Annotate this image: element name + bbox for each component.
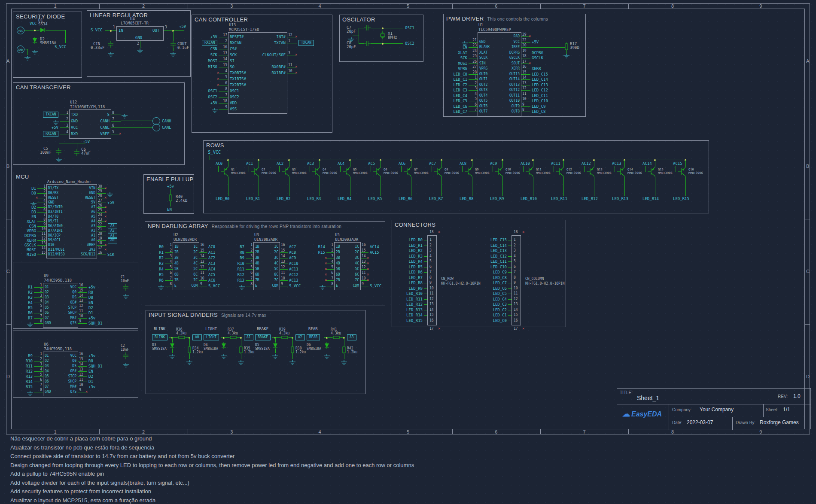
wire[interactable] bbox=[521, 79, 530, 80]
connector-body[interactable] bbox=[427, 235, 437, 325]
net-label[interactable]: AC2 bbox=[277, 161, 283, 166]
wire[interactable] bbox=[359, 43, 364, 44]
wire[interactable] bbox=[224, 349, 224, 353]
net-label[interactable]: S_VCC bbox=[370, 284, 381, 288]
transistor-icon[interactable] bbox=[251, 167, 261, 177]
capacitor-icon[interactable] bbox=[364, 41, 371, 46]
block-npn-darlington-array[interactable]: NPN DARLING ARRAYResponsable for driving… bbox=[145, 221, 385, 306]
net-label[interactable]: R0 bbox=[88, 290, 93, 295]
wire[interactable] bbox=[218, 166, 219, 172]
net-label[interactable]: OSC2 bbox=[405, 41, 414, 46]
net-label[interactable]: R6 bbox=[149, 278, 164, 282]
block-input-signal-dividers[interactable]: INPUT SIGNAL DIVIDERSSignals are 14.7v m… bbox=[146, 310, 365, 394]
net-label[interactable]: +5V bbox=[37, 125, 58, 130]
transistor-icon[interactable] bbox=[678, 167, 688, 177]
wire[interactable] bbox=[35, 30, 35, 37]
net-label[interactable]: LED_C13 bbox=[483, 249, 507, 253]
transistor-icon[interactable] bbox=[587, 167, 596, 177]
net-label[interactable]: S_VCC bbox=[91, 28, 102, 32]
net-label[interactable]: LED_C1 bbox=[446, 77, 467, 82]
note-line[interactable]: Add a pullup to 74HC595N enable pin bbox=[10, 471, 104, 477]
net-label[interactable]: R11 bbox=[17, 364, 33, 368]
wire[interactable] bbox=[381, 160, 381, 167]
wire[interactable] bbox=[424, 288, 427, 289]
note-line[interactable]: Atualizar os transistor no pcb que estão… bbox=[10, 444, 154, 451]
wire[interactable] bbox=[34, 371, 43, 372]
net-label[interactable]: R5 bbox=[149, 273, 164, 277]
wire[interactable] bbox=[59, 155, 59, 157]
wire[interactable] bbox=[521, 96, 530, 96]
net-label[interactable]: SCK bbox=[446, 56, 467, 60]
wire[interactable] bbox=[424, 310, 427, 310]
net-label[interactable]: AC8 bbox=[460, 161, 466, 166]
wire[interactable] bbox=[199, 264, 207, 264]
output-port[interactable]: A1 bbox=[244, 334, 253, 340]
net-label[interactable]: R7 bbox=[229, 245, 244, 249]
wire[interactable] bbox=[34, 287, 43, 288]
wire[interactable] bbox=[246, 258, 253, 258]
net-label[interactable]: +5V bbox=[107, 200, 114, 205]
net-label[interactable]: GSCLK bbox=[532, 56, 543, 60]
wire[interactable] bbox=[37, 198, 46, 198]
wire[interactable] bbox=[280, 264, 288, 264]
wire[interactable] bbox=[111, 115, 121, 115]
net-label[interactable]: SQH_D1 bbox=[88, 364, 103, 368]
net-label[interactable]: CSN bbox=[198, 47, 217, 51]
wire[interactable] bbox=[521, 85, 530, 85]
net-label[interactable]: S_VCC bbox=[289, 284, 301, 288]
wire[interactable] bbox=[60, 134, 69, 134]
net-port[interactable]: TXCAN bbox=[298, 40, 314, 46]
wire[interactable] bbox=[424, 261, 427, 262]
wire[interactable] bbox=[469, 79, 478, 80]
gnd-icon[interactable] bbox=[170, 52, 176, 57]
net-label[interactable]: R14 bbox=[17, 380, 33, 384]
capacitor-icon[interactable] bbox=[108, 41, 113, 48]
wire[interactable] bbox=[292, 354, 293, 359]
wire[interactable] bbox=[508, 321, 512, 321]
wire[interactable] bbox=[424, 278, 427, 278]
net-label[interactable]: LED_R9 bbox=[490, 197, 504, 201]
net-label[interactable]: AC0 bbox=[216, 161, 222, 166]
net-label[interactable]: D1 bbox=[18, 186, 36, 191]
net-label[interactable]: D2 bbox=[88, 306, 93, 310]
wire[interactable] bbox=[502, 177, 503, 196]
wire[interactable] bbox=[34, 382, 43, 382]
wire[interactable] bbox=[37, 231, 46, 231]
resistor-icon[interactable] bbox=[565, 43, 568, 51]
transistor-icon[interactable] bbox=[312, 167, 322, 177]
net-label[interactable]: LED_R1 bbox=[399, 243, 423, 248]
net-label[interactable]: EN bbox=[88, 301, 93, 305]
wire[interactable] bbox=[563, 160, 564, 167]
wire[interactable] bbox=[78, 313, 87, 313]
wire[interactable] bbox=[441, 177, 442, 196]
wire[interactable] bbox=[424, 251, 427, 251]
wire[interactable] bbox=[34, 313, 43, 313]
net-label[interactable]: R1 bbox=[17, 285, 33, 289]
wire[interactable] bbox=[199, 286, 207, 286]
wire[interactable] bbox=[78, 287, 87, 288]
net-label[interactable]: LED_R12 bbox=[582, 197, 598, 201]
wire[interactable] bbox=[554, 166, 554, 172]
wire[interactable] bbox=[111, 128, 121, 128]
wire[interactable] bbox=[111, 31, 111, 41]
net-label[interactable]: LED_C8 bbox=[483, 276, 507, 280]
wire[interactable] bbox=[411, 177, 411, 196]
net-label[interactable]: SCK bbox=[198, 53, 217, 57]
ic-body[interactable] bbox=[173, 242, 199, 290]
gnd-icon[interactable] bbox=[186, 360, 192, 365]
wire[interactable] bbox=[275, 349, 276, 353]
net-label[interactable]: R15 bbox=[310, 250, 325, 255]
wire[interactable] bbox=[224, 337, 224, 342]
wire[interactable] bbox=[78, 371, 87, 372]
block-can-controller[interactable]: CAN CONTROLLER U13MCP2515T-I/SO17RESET#+… bbox=[192, 15, 332, 133]
transistor-icon[interactable] bbox=[526, 167, 535, 177]
net-label[interactable]: +5v bbox=[88, 354, 95, 358]
wire[interactable] bbox=[171, 189, 171, 194]
wire[interactable] bbox=[521, 47, 530, 48]
net-label[interactable]: AC0 bbox=[208, 245, 215, 249]
wire[interactable] bbox=[78, 318, 87, 319]
net-label[interactable]: LED_R5 bbox=[368, 197, 382, 201]
wire[interactable] bbox=[508, 251, 512, 251]
gnd-icon[interactable] bbox=[24, 56, 30, 61]
resistor-icon[interactable] bbox=[229, 336, 237, 339]
